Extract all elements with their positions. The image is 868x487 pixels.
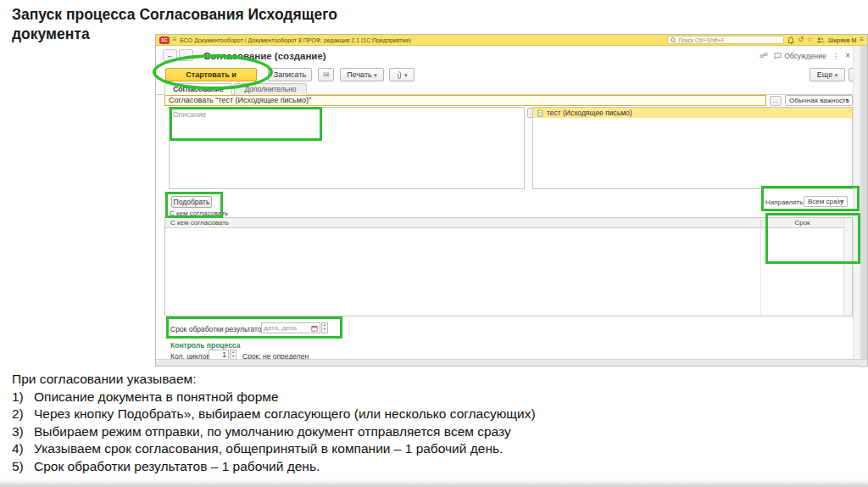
search-icon [670, 37, 676, 43]
app-window: 1С ≡ БСО Документооборот / Документообор… [155, 34, 868, 367]
toolbar: Стартовать и закрыть Записать ✉ Печать ▾… [156, 64, 862, 82]
processing-term-label: Срок обработки результатов: [170, 325, 267, 333]
titlebar: 1С ≡ БСО Документооборот / Документообор… [156, 35, 867, 46]
more-button[interactable]: Еще ▾ [810, 68, 845, 81]
dropdown-icon: ▾ [404, 72, 408, 78]
form-header: ← → Согласование (создание) Обсуждение ⋮… [156, 46, 862, 64]
discussion-label: Обсуждение [784, 52, 826, 60]
kebab-icon[interactable]: ⋮ [832, 52, 840, 60]
column-header-who: С кем согласовать [170, 219, 229, 227]
toolbar-extra-button[interactable]: ✉ [318, 68, 334, 81]
chevron-down-icon: ▾ [843, 97, 851, 104]
presentation-slide: Запуск процесса Согласования Исходящего … [0, 0, 868, 487]
back-button[interactable]: ← [163, 49, 177, 61]
chevron-down-icon: ▾ [837, 198, 846, 205]
documents-panel: тест (Исходящее письмо) [532, 107, 853, 189]
start-and-close-button[interactable]: Стартовать и закрыть [165, 68, 257, 81]
search-input[interactable]: Поиск Ctrl+Shift+F [667, 36, 784, 44]
approvers-table[interactable]: С кем согласовать Срок [164, 217, 853, 316]
pick-button[interactable]: Подобрать [171, 196, 212, 208]
slide-bottom-edge [0, 479, 868, 487]
route-label: Направлять: [765, 199, 805, 206]
approvers-label: С кем согласовать [170, 210, 228, 217]
notes-intro: При согласовании указываем: [12, 371, 656, 389]
spinner-down-icon[interactable]: ▼ [322, 327, 327, 332]
close-icon[interactable]: × [845, 51, 850, 60]
print-button[interactable]: Печать ▾ [340, 68, 384, 81]
calendar-icon[interactable] [311, 325, 318, 332]
attach-button[interactable]: ▾ [389, 68, 415, 81]
history-icon[interactable]: ↺ [798, 36, 804, 44]
column-divider [760, 228, 761, 317]
user-name[interactable]: Ширяев М [828, 37, 856, 43]
route-select[interactable]: Всем сразу ▾ [804, 196, 848, 207]
discussion-button[interactable]: Обсуждение [774, 52, 826, 60]
list-item: 3) Выбираем режим отправки, по умолчанию… [12, 423, 656, 441]
dropdown-icon: ▾ [374, 72, 377, 78]
app-title: БСО Документооборот / Документооборот 8 … [180, 37, 410, 43]
table-scrollbar[interactable] [843, 218, 852, 316]
list-item: 1) Описание документа в понятной форме [12, 389, 656, 406]
menu-icon[interactable]: ≡ [860, 36, 864, 44]
tab-approval[interactable]: Согласование [164, 83, 232, 95]
link-icon[interactable] [760, 52, 768, 59]
notes-block: При согласовании указываем: 1) Описание … [12, 371, 656, 475]
window-footer [156, 359, 867, 366]
notifications-icon[interactable] [787, 36, 794, 44]
list-item: 2) Через кнопку Подобрать», выбираем сог… [12, 406, 656, 423]
paperclip-icon [396, 71, 402, 80]
list-item: 5) Срок обработки результатов – 1 рабочи… [12, 458, 656, 476]
date-spinner[interactable]: ▲ ▼ [321, 322, 328, 333]
menu-icon[interactable]: ≡ [173, 36, 177, 44]
onec-logo: 1С [159, 36, 170, 44]
document-icon [537, 109, 543, 117]
save-button[interactable]: Записать [268, 68, 312, 81]
window-right-gutter [860, 46, 867, 367]
column-header-term: Срок [760, 219, 843, 228]
control-section-label: Контроль процесса [170, 341, 240, 350]
forward-button[interactable]: → [179, 49, 193, 61]
table-header: С кем согласовать Срок [165, 218, 852, 228]
dropdown-icon: ▾ [835, 72, 838, 78]
envelope-icon: ✉ [323, 70, 330, 79]
description-textarea[interactable]: Описание [169, 107, 525, 189]
subject-input[interactable]: Согласовать "тест (Исходящее письмо)" [164, 95, 766, 106]
tab-additional[interactable]: Дополнительно [234, 83, 307, 95]
subject-dots-button[interactable]: ... [770, 96, 782, 106]
document-title: тест (Исходящее письмо) [547, 109, 632, 117]
importance-select[interactable]: Обычная важность ▾ [785, 95, 853, 106]
discussion-icon [774, 53, 782, 59]
favorites-icon[interactable]: ☆ [807, 36, 813, 44]
list-item: 4) Указываем срок согласования, общеприн… [12, 440, 656, 458]
processing-date-input[interactable]: дата, день [261, 322, 320, 333]
tab-bar: Согласование Дополнительно [156, 83, 862, 95]
document-row[interactable]: тест (Исходящее письмо) [533, 108, 852, 118]
description-placeholder: Описание [170, 108, 524, 121]
form-title: Согласование (создание) [203, 51, 326, 61]
users-icon[interactable] [816, 36, 825, 43]
